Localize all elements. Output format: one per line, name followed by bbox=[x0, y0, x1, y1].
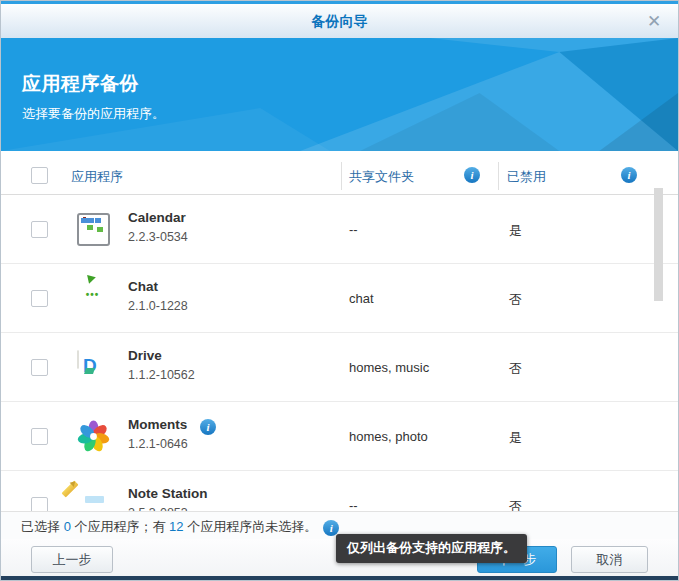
shared-folder-cell: homes, music bbox=[349, 360, 429, 375]
calendar-app-icon bbox=[77, 213, 110, 246]
disabled-cell: 是 bbox=[509, 429, 522, 447]
wizard-hero: 应用程序备份 选择要备份的应用程序。 bbox=[1, 38, 678, 151]
table-row-moments[interactable]: Moments i 1.2.1-0646 homes, photo 是 bbox=[1, 402, 678, 471]
disabled-cell: 否 bbox=[509, 498, 522, 511]
summary-middle: 个应用程序；有 bbox=[71, 519, 169, 534]
shared-folder-cell: chat bbox=[349, 291, 374, 306]
column-header-disabled[interactable]: 已禁用 bbox=[507, 168, 546, 186]
previous-button[interactable]: 上一步 bbox=[31, 546, 113, 573]
app-version: 2.1.0-1228 bbox=[128, 299, 188, 313]
summary-suffix: 个应用程序尚未选择。 bbox=[184, 519, 318, 534]
table-row-chat[interactable]: ••• Chat 2.1.0-1228 chat 否 bbox=[1, 264, 678, 333]
page-subtitle: 选择要备份的应用程序。 bbox=[22, 105, 165, 123]
moments-app-icon bbox=[77, 439, 110, 456]
app-version: 2.2.3-0534 bbox=[128, 230, 188, 244]
disabled-cell: 是 bbox=[509, 222, 522, 240]
app-name-block: Note Station 2.5.3-0853 bbox=[128, 486, 208, 511]
titlebar: 备份向导 ✕ bbox=[1, 1, 678, 38]
shared-folder-cell: -- bbox=[349, 222, 358, 237]
app-name: Drive bbox=[128, 348, 195, 363]
hero-text: 应用程序备份 选择要备份的应用程序。 bbox=[22, 71, 165, 123]
app-name-block: Chat 2.1.0-1228 bbox=[128, 279, 188, 313]
app-name: Calendar bbox=[128, 210, 188, 225]
page-title: 应用程序备份 bbox=[22, 71, 165, 97]
app-version: 1.2.1-0646 bbox=[128, 437, 188, 451]
summary-prefix: 已选择 bbox=[21, 519, 64, 534]
app-version: 1.1.2-10562 bbox=[128, 368, 195, 382]
close-icon[interactable]: ✕ bbox=[644, 12, 664, 32]
drive-app-icon: D bbox=[77, 350, 79, 369]
row-checkbox[interactable] bbox=[31, 497, 48, 511]
row-checkbox[interactable] bbox=[31, 221, 48, 238]
column-header-app[interactable]: 应用程序 bbox=[71, 168, 123, 186]
app-table: 应用程序 共享文件夹 i 已禁用 i Calendar 2.2.3-0534 -… bbox=[1, 151, 678, 511]
select-all-checkbox[interactable] bbox=[31, 167, 48, 184]
app-name: Note Station bbox=[128, 486, 208, 501]
tooltip: 仅列出备份支持的应用程序。 bbox=[336, 534, 527, 563]
app-name: Chat bbox=[128, 279, 188, 294]
row-checkbox[interactable] bbox=[31, 428, 48, 445]
disabled-info-icon[interactable]: i bbox=[621, 167, 637, 183]
disabled-cell: 否 bbox=[509, 291, 522, 309]
shared-folder-cell: -- bbox=[349, 498, 358, 511]
table-row-calendar[interactable]: Calendar 2.2.3-0534 -- 是 bbox=[1, 195, 678, 264]
backup-wizard-dialog: 备份向导 ✕ 应用程序备份 选择要备份的应用程序。 应用程序 共享文件夹 i 已… bbox=[0, 0, 679, 581]
column-header-shared-folder[interactable]: 共享文件夹 bbox=[349, 168, 414, 186]
disabled-cell: 否 bbox=[509, 360, 522, 378]
moments-info-icon[interactable]: i bbox=[200, 419, 216, 435]
cancel-button[interactable]: 取消 bbox=[571, 546, 648, 573]
table-header: 应用程序 共享文件夹 i 已禁用 i bbox=[1, 158, 678, 195]
app-name: Moments i bbox=[128, 417, 188, 432]
selected-count: 0 bbox=[64, 519, 71, 534]
table-row-drive[interactable]: D Drive 1.1.2-10562 homes, music 否 bbox=[1, 333, 678, 402]
row-checkbox[interactable] bbox=[31, 359, 48, 376]
summary-info-icon[interactable]: i bbox=[323, 520, 339, 536]
app-name-block: Calendar 2.2.3-0534 bbox=[128, 210, 188, 244]
row-checkbox[interactable] bbox=[31, 290, 48, 307]
shared-folder-cell: homes, photo bbox=[349, 429, 428, 444]
column-divider bbox=[341, 162, 342, 190]
table-row-note-station[interactable]: Note Station 2.5.3-0853 -- 否 bbox=[1, 471, 678, 511]
shared-folder-info-icon[interactable]: i bbox=[464, 167, 480, 183]
column-divider bbox=[498, 162, 499, 190]
dialog-bottom-edge bbox=[1, 576, 678, 580]
vertical-scrollbar[interactable] bbox=[654, 188, 663, 301]
app-name-block: Drive 1.1.2-10562 bbox=[128, 348, 195, 382]
dialog-title: 备份向导 bbox=[1, 13, 678, 31]
unselected-count: 12 bbox=[169, 519, 183, 534]
app-name-block: Moments i 1.2.1-0646 bbox=[128, 417, 188, 451]
